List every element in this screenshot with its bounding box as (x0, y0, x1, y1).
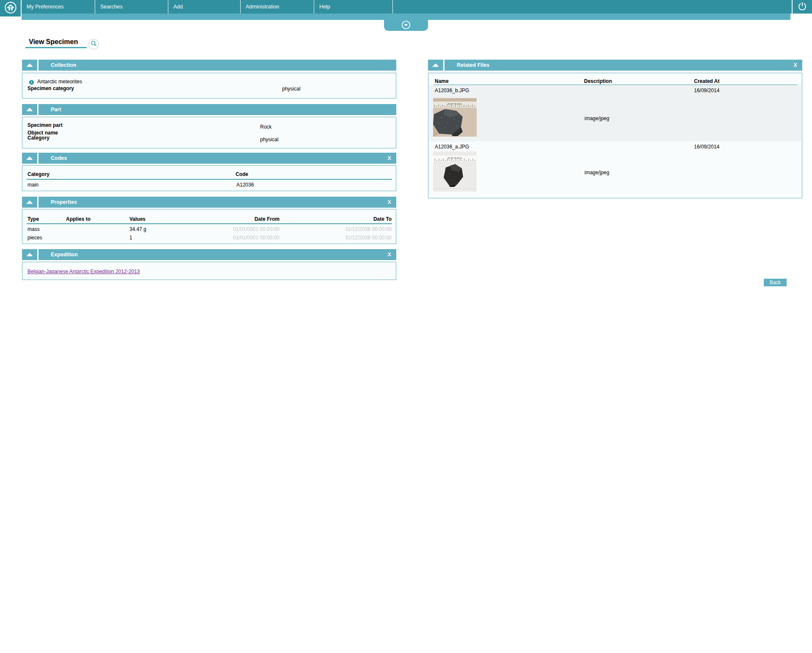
nav-item-searches[interactable]: Searches (95, 0, 168, 14)
properties-col-values: Values (129, 216, 145, 222)
part-collapse-button[interactable] (22, 104, 38, 115)
triangle-up-icon (26, 253, 33, 256)
file-created-at: 16/09/2014 (694, 88, 719, 93)
triangle-up-icon (432, 63, 439, 67)
codes-row-code: A12036 (236, 182, 254, 188)
codes-header-rule (27, 179, 392, 180)
secondary-bar (22, 14, 790, 20)
nav-item-add[interactable]: Add (168, 0, 241, 14)
preview-button[interactable] (88, 39, 99, 49)
properties-col-applies-to: Applies to (66, 216, 91, 222)
chevron-down-icon (401, 20, 411, 31)
home-icon (4, 1, 17, 15)
properties-header-rule (27, 223, 392, 224)
specimen-part-label: Specimen part (27, 122, 63, 128)
power-icon (797, 1, 807, 13)
back-button[interactable]: Back (764, 279, 787, 286)
info-icon: i (29, 79, 34, 85)
codes-collapse-button[interactable] (22, 153, 38, 164)
triangle-up-icon (26, 108, 33, 111)
related-files-col-created-at: Created At (694, 78, 719, 84)
collection-name: Antarctic meteorites (37, 79, 82, 85)
svg-text:9 10 11 12 13: 9 10 11 12 13 (447, 157, 461, 159)
properties-close-button[interactable]: X (387, 199, 391, 205)
property-row-value: 1 (129, 235, 132, 241)
collapse-header-tab[interactable] (384, 20, 428, 31)
top-navbar: My Preferences Searches Add Administrati… (0, 0, 812, 14)
properties-col-date-from: Date From (204, 216, 280, 222)
related-files-close-button[interactable]: X (793, 62, 797, 68)
triangle-up-icon (26, 63, 33, 67)
expedition-panel-header: Expedition X (22, 249, 396, 260)
view-specimen-page: My Preferences Searches Add Administrati… (0, 0, 812, 653)
file-created-at: 16/09/2014 (694, 144, 719, 150)
codes-close-button[interactable]: X (387, 155, 391, 161)
category-value: physical (260, 137, 278, 143)
expedition-close-button[interactable]: X (387, 251, 391, 258)
page-title: View Specimen (29, 38, 78, 46)
properties-panel-title: Properties (51, 199, 77, 205)
expedition-link[interactable]: Belgian-Japanese Antarctic Expedition 20… (27, 269, 140, 274)
property-row-date-from: 01/01/0001 00:00:00 (204, 235, 280, 241)
specimen-category-value: physical (282, 86, 300, 92)
expedition-panel-body: Belgian-Japanese Antarctic Expedition 20… (22, 262, 396, 280)
svg-text:9 10 11 12 13: 9 10 11 12 13 (447, 103, 461, 105)
properties-panel-header: Properties X (22, 197, 396, 208)
related-files-col-name: Name (435, 78, 449, 84)
related-files-col-description: Description (584, 78, 612, 84)
codes-col-category: Category (27, 171, 49, 177)
collection-collapse-button[interactable] (22, 60, 38, 71)
property-row-date-to: 31/12/2038 00:00:00 (314, 226, 392, 232)
category-label: Category (27, 135, 49, 141)
related-file-row[interactable]: A12036_b.JPG 16/09/2014 image/jpeg (429, 85, 801, 141)
page-title-underline (25, 47, 87, 48)
codes-panel-title: Codes (51, 155, 67, 161)
property-row-type: pieces (27, 235, 42, 241)
property-row-type: mass (27, 226, 40, 232)
codes-row-category: main (27, 182, 38, 188)
part-panel-header: Part (22, 104, 396, 115)
file-name: A12036_b.JPG (435, 88, 469, 93)
collection-panel-header: Collection (22, 60, 396, 71)
related-files-collapse-button[interactable] (428, 60, 444, 71)
nav-item-help[interactable]: Help (314, 0, 393, 14)
properties-panel-body: Type Applies to Values Date From Date To… (22, 209, 396, 244)
part-panel-body: Specimen part Rock Object name Category … (22, 117, 396, 148)
specimen-part-value: Rock (260, 124, 272, 130)
triangle-up-icon (26, 200, 33, 204)
specimen-category-label: Specimen category (27, 85, 74, 91)
nav-item-administration[interactable]: Administration (241, 0, 314, 14)
file-thumbnail[interactable]: 9 10 11 12 13 (433, 151, 477, 193)
related-files-panel-title: Related Files (457, 62, 489, 68)
collection-panel-body: i Antarctic meteorites Specimen category… (22, 73, 396, 99)
triangle-up-icon (26, 156, 33, 160)
property-row-date-from: 01/01/0001 00:00:00 (204, 226, 280, 232)
expedition-collapse-button[interactable] (22, 249, 38, 260)
property-row-date-to: 31/12/2038 00:00:00 (314, 235, 392, 241)
collection-panel-title: Collection (51, 62, 76, 68)
nav-item-my-preferences[interactable]: My Preferences (22, 0, 95, 14)
file-description: image/jpeg (584, 115, 609, 121)
expedition-panel-title: Expedition (51, 252, 78, 258)
related-files-panel-body: Name Description Created At A12036_b.JPG… (428, 73, 802, 198)
file-thumbnail[interactable]: 9 10 11 12 13 (433, 98, 477, 138)
codes-col-code: Code (236, 171, 248, 177)
property-row-value: 34.47 g (129, 226, 146, 232)
codes-panel-header: Codes X (22, 153, 396, 164)
properties-collapse-button[interactable] (22, 197, 38, 208)
codes-panel-body: Category Code main A12036 (22, 165, 396, 191)
part-panel-title: Part (51, 107, 61, 112)
logout-button[interactable] (792, 0, 812, 14)
file-description: image/jpeg (584, 170, 609, 176)
magnifier-icon (91, 40, 97, 48)
home-button[interactable] (0, 0, 22, 16)
related-files-panel-header: Related Files X (428, 60, 802, 71)
file-name: A12036_a.JPG (435, 144, 469, 150)
properties-col-type: Type (27, 216, 39, 222)
properties-col-date-to: Date To (314, 216, 392, 222)
related-file-row[interactable]: A12036_a.JPG 16/09/2014 image/jpeg (429, 141, 801, 198)
